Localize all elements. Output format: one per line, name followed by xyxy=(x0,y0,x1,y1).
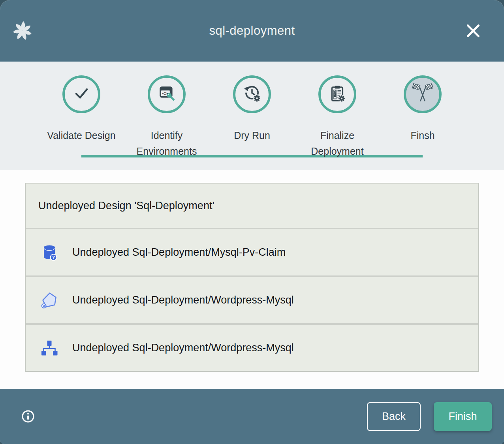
status-text: Undeployed Sql-Deployment/Wordpress-Mysq… xyxy=(72,342,294,354)
deployment-status-panel: Undeployed Design 'Sql-Deployment' ? Und… xyxy=(25,183,479,372)
wizard-stepper: Validate Design <> Identify Environments xyxy=(0,62,504,170)
step-label: Finalize Deployment xyxy=(298,127,377,159)
step-circle xyxy=(233,75,271,113)
status-text: Undeployed Sql-Deployment/Wordpress-Mysq… xyxy=(72,294,294,306)
clipboard-gear-icon xyxy=(327,84,347,105)
close-icon[interactable] xyxy=(465,22,482,39)
pinwheel-logo-icon xyxy=(11,19,34,42)
back-button[interactable]: Back xyxy=(367,402,421,431)
step-dry-run: Dry Run xyxy=(209,62,295,159)
step-finalize-deployment: Finalize Deployment xyxy=(295,62,380,159)
dialog-body: Undeployed Design 'Sql-Deployment' ? Und… xyxy=(0,170,504,389)
finish-button[interactable]: Finish xyxy=(434,402,492,431)
step-label: Finsh xyxy=(410,127,434,143)
step-label: Dry Run xyxy=(234,127,270,143)
step-identify-environments: <> Identify Environments xyxy=(124,62,209,159)
database-icon: ? xyxy=(40,243,59,262)
status-row-design: Undeployed Design 'Sql-Deployment' xyxy=(26,184,478,228)
dialog-header: sql-deployment xyxy=(0,0,504,62)
svg-text:?: ? xyxy=(52,255,55,260)
step-circle xyxy=(62,75,100,113)
pod-icon xyxy=(40,291,59,310)
code-wrench-icon: <> xyxy=(157,84,177,105)
checkered-flags-icon xyxy=(412,83,433,105)
step-circle xyxy=(318,75,356,113)
check-icon xyxy=(71,83,92,105)
status-row-wordpress-mysql-pod: Undeployed Sql-Deployment/Wordpress-Mysq… xyxy=(26,275,478,323)
step-finish: Finsh xyxy=(380,62,465,159)
step-validate-design: Validate Design xyxy=(39,62,124,159)
info-icon[interactable] xyxy=(20,408,36,425)
status-text: Undeployed Design 'Sql-Deployment' xyxy=(38,200,214,212)
dialog-footer: Back Finish xyxy=(0,389,504,444)
dry-run-clock-gear-icon xyxy=(242,83,262,105)
step-circle: <> xyxy=(148,75,186,113)
step-label: Validate Design xyxy=(47,127,115,143)
dialog-title: sql-deployment xyxy=(209,24,295,38)
status-text: Undeployed Sql-Deployment/Mysql-Pv-Claim xyxy=(72,246,286,259)
status-row-wordpress-mysql-tree: Undeployed Sql-Deployment/Wordpress-Mysq… xyxy=(26,323,478,371)
sql-deployment-dialog: sql-deployment Validate Design xyxy=(0,0,504,444)
step-circle xyxy=(404,75,442,113)
status-row-mysql-pv-claim: ? Undeployed Sql-Deployment/Mysql-Pv-Cla… xyxy=(26,228,478,275)
tree-icon xyxy=(40,339,59,358)
step-label: Identify Environments xyxy=(127,127,206,159)
